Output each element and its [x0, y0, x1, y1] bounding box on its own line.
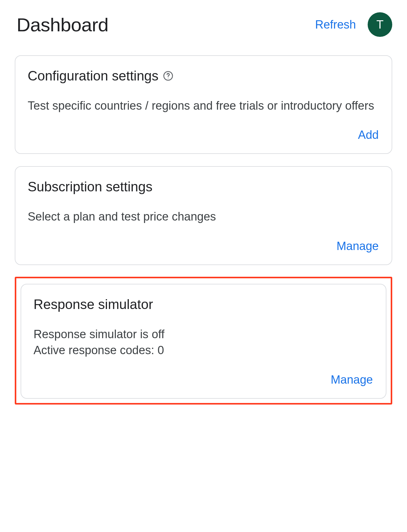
- subscription-settings-card: Subscription settings Select a plan and …: [15, 166, 392, 265]
- card-description: Test specific countries / regions and fr…: [28, 98, 379, 114]
- header-actions: Refresh T: [315, 12, 392, 37]
- simulator-codes-count: Active response codes: 0: [34, 342, 373, 358]
- manage-simulator-button[interactable]: Manage: [330, 371, 373, 389]
- card-description: Select a plan and test price changes: [28, 209, 379, 225]
- manage-subscription-button[interactable]: Manage: [336, 237, 379, 255]
- card-action-row: Manage: [28, 237, 379, 255]
- simulator-status: Response simulator is off: [34, 326, 373, 342]
- configuration-settings-card: Configuration settings Test specific cou…: [15, 55, 392, 154]
- page-title: Dashboard: [17, 14, 109, 36]
- card-title-row: Subscription settings: [28, 179, 379, 194]
- card-title: Subscription settings: [28, 179, 152, 194]
- card-description: Response simulator is off Active respons…: [34, 326, 373, 358]
- card-title: Configuration settings: [28, 68, 159, 84]
- response-simulator-card: Response simulator Response simulator is…: [21, 284, 386, 399]
- refresh-button[interactable]: Refresh: [315, 18, 356, 31]
- avatar[interactable]: T: [368, 12, 392, 37]
- svg-point-1: [168, 78, 168, 78]
- card-action-row: Add: [28, 126, 379, 144]
- response-simulator-highlight: Response simulator Response simulator is…: [15, 277, 392, 405]
- card-title: Response simulator: [34, 297, 153, 312]
- card-title-row: Configuration settings: [28, 68, 379, 84]
- header: Dashboard Refresh T: [15, 12, 392, 37]
- card-action-row: Manage: [34, 371, 373, 389]
- card-title-row: Response simulator: [34, 297, 373, 312]
- help-icon[interactable]: [163, 71, 173, 81]
- add-button[interactable]: Add: [357, 126, 379, 144]
